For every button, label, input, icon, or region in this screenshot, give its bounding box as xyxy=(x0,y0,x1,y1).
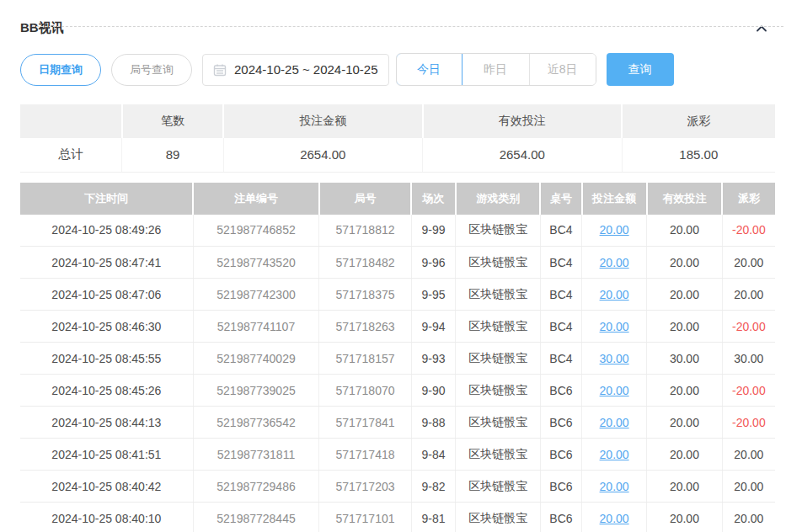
top-divider xyxy=(24,26,783,27)
payout-cell: 20.00 xyxy=(722,503,775,532)
round-number-cell: 571717841 xyxy=(319,407,411,439)
session-cell: 9-99 xyxy=(411,215,456,247)
calendar-icon xyxy=(213,63,227,77)
valid-bet-cell: 20.00 xyxy=(647,247,723,279)
game-type-cell: 区块链骰宝 xyxy=(456,471,540,503)
section-title: BB视讯 xyxy=(20,20,64,36)
summary-header-count: 笔数 xyxy=(122,104,223,138)
order-number-cell: 521987729486 xyxy=(193,471,319,503)
bet-amount-link[interactable]: 20.00 xyxy=(600,320,629,333)
yesterday-button[interactable]: 昨日 xyxy=(462,54,529,85)
session-cell: 9-94 xyxy=(411,311,456,343)
summary-header-row: 笔数 投注金额 有效投注 派彩 xyxy=(20,104,775,138)
valid-bet-cell: 20.00 xyxy=(647,279,723,311)
game-type-cell: 区块链骰宝 xyxy=(456,343,540,375)
table-row: 2024-10-25 08:46:30521987741107571718263… xyxy=(20,311,775,343)
round-number-cell: 571718070 xyxy=(319,375,411,407)
valid-bet-cell: 20.00 xyxy=(647,215,723,247)
table-row: 2024-10-25 08:41:51521987731811571717418… xyxy=(20,439,775,471)
game-type-cell: 区块链骰宝 xyxy=(456,503,540,532)
round-query-tab[interactable]: 局号查询 xyxy=(111,54,192,86)
bet-amount-link[interactable]: 20.00 xyxy=(600,384,629,397)
bet-amount-link[interactable]: 20.00 xyxy=(600,223,629,237)
table-row: 2024-10-25 08:40:42521987729486571717203… xyxy=(20,471,775,503)
game-type-cell: 区块链骰宝 xyxy=(456,375,540,407)
header-table-number: 桌号 xyxy=(540,183,581,215)
valid-bet-cell: 20.00 xyxy=(647,439,723,471)
payout-cell: 20.00 xyxy=(722,279,775,311)
order-number-cell: 521987741107 xyxy=(193,311,319,343)
bet-amount-link[interactable]: 20.00 xyxy=(600,448,629,461)
bet-amount-cell: 20.00 xyxy=(582,247,647,279)
chevron-up-icon[interactable] xyxy=(755,22,768,35)
table-number-cell: BC6 xyxy=(540,375,581,407)
bet-amount-link[interactable]: 20.00 xyxy=(600,288,629,301)
table-row: 2024-10-25 08:44:13521987736542571717841… xyxy=(20,407,775,439)
bet-amount-link[interactable]: 20.00 xyxy=(600,416,629,429)
date-range-value: 2024-10-25 ~ 2024-10-25 xyxy=(234,62,378,77)
header-bet-time: 下注时间 xyxy=(20,183,193,215)
today-button[interactable]: 今日 xyxy=(396,53,462,86)
valid-bet-cell: 20.00 xyxy=(647,407,723,439)
bet-amount-cell: 30.00 xyxy=(582,343,647,375)
last-8-days-button[interactable]: 近8日 xyxy=(529,54,596,85)
table-number-cell: BC4 xyxy=(540,247,581,279)
table-number-cell: BC4 xyxy=(540,215,581,247)
round-number-cell: 571717101 xyxy=(319,503,411,532)
table-row: 2024-10-25 08:45:55521987740029571718157… xyxy=(20,343,775,375)
bet-time-cell: 2024-10-25 08:49:26 xyxy=(20,215,193,247)
detail-table: 下注时间 注单编号 局号 场次 游戏类别 桌号 投注金额 有效投注 派彩 202… xyxy=(20,183,775,532)
header-payout: 派彩 xyxy=(722,183,775,215)
game-type-cell: 区块链骰宝 xyxy=(456,311,540,343)
order-number-cell: 521987728445 xyxy=(193,503,319,532)
session-cell: 9-82 xyxy=(411,471,456,503)
summary-header-bet-amount: 投注金额 xyxy=(223,104,423,138)
valid-bet-cell: 20.00 xyxy=(647,503,723,532)
search-button[interactable]: 查询 xyxy=(607,53,674,86)
table-number-cell: BC6 xyxy=(540,439,581,471)
detail-header-row: 下注时间 注单编号 局号 场次 游戏类别 桌号 投注金额 有效投注 派彩 xyxy=(20,183,775,215)
game-type-cell: 区块链骰宝 xyxy=(456,215,540,247)
summary-bet-amount-value: 2654.00 xyxy=(223,138,423,172)
table-row: 2024-10-25 08:45:26521987739025571718070… xyxy=(20,375,775,407)
valid-bet-cell: 20.00 xyxy=(647,311,723,343)
bet-record-panel: BB视讯 日期查询 局号查询 2024-10-25 ~ 2024-10-25 今… xyxy=(0,20,802,532)
bet-amount-cell: 20.00 xyxy=(582,503,647,532)
bet-amount-link[interactable]: 20.00 xyxy=(600,512,629,525)
summary-header-valid-bet: 有效投注 xyxy=(423,104,623,138)
bet-amount-link[interactable]: 20.00 xyxy=(600,256,629,269)
session-cell: 9-95 xyxy=(411,279,456,311)
bet-amount-link[interactable]: 20.00 xyxy=(600,480,629,493)
header-valid-bet: 有效投注 xyxy=(647,183,723,215)
header-game-type: 游戏类别 xyxy=(456,183,540,215)
summary-total-label: 总计 xyxy=(20,138,122,172)
date-range-input[interactable]: 2024-10-25 ~ 2024-10-25 xyxy=(202,54,389,86)
bet-time-cell: 2024-10-25 08:45:55 xyxy=(20,343,193,375)
table-row: 2024-10-25 08:47:41521987743520571718482… xyxy=(20,247,775,279)
bet-amount-cell: 20.00 xyxy=(582,375,647,407)
table-number-cell: BC4 xyxy=(540,343,581,375)
payout-cell: -20.00 xyxy=(722,215,775,247)
bet-amount-cell: 20.00 xyxy=(582,407,647,439)
session-cell: 9-90 xyxy=(411,375,456,407)
date-query-tab[interactable]: 日期查询 xyxy=(20,54,101,86)
session-cell: 9-96 xyxy=(411,247,456,279)
table-number-cell: BC4 xyxy=(540,311,581,343)
bet-time-cell: 2024-10-25 08:44:13 xyxy=(20,407,193,439)
bet-amount-cell: 20.00 xyxy=(582,439,647,471)
summary-count-value: 89 xyxy=(122,138,223,172)
table-number-cell: BC6 xyxy=(540,471,581,503)
valid-bet-cell: 30.00 xyxy=(647,343,723,375)
session-cell: 9-81 xyxy=(411,503,456,532)
valid-bet-cell: 20.00 xyxy=(647,375,723,407)
order-number-cell: 521987731811 xyxy=(193,439,319,471)
bet-amount-link[interactable]: 30.00 xyxy=(600,352,629,365)
header-round-number: 局号 xyxy=(319,183,411,215)
summary-valid-bet-value: 2654.00 xyxy=(423,138,623,172)
detail-table-body: 2024-10-25 08:49:26521987746852571718812… xyxy=(20,215,775,532)
round-number-cell: 571717418 xyxy=(319,439,411,471)
header-bet-amount: 投注金额 xyxy=(582,183,647,215)
payout-cell: 30.00 xyxy=(722,343,775,375)
order-number-cell: 521987740029 xyxy=(193,343,319,375)
summary-table: 笔数 投注金额 有效投注 派彩 总计 89 2654.00 2654.00 18… xyxy=(20,104,775,173)
